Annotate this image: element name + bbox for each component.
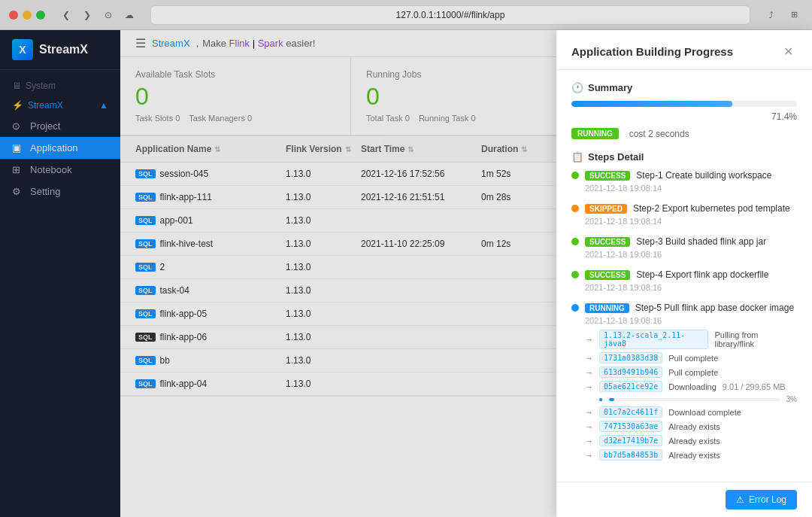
step-time-2: 2021-12-18 19:08:14 — [585, 217, 797, 226]
step-dot-2 — [571, 205, 579, 212]
steps-title: 📋 Steps Detail — [571, 151, 797, 163]
log-row: → 613d9491b946 Pull complete — [585, 366, 797, 378]
panel-body: 🕐 Summary 71.4% RUNNING cost 2 seconds 📋… — [556, 70, 812, 482]
step-status-1: SUCCESS — [585, 171, 630, 181]
arrow-icon: → — [585, 354, 593, 363]
step-status-2: SKIPPED — [585, 204, 627, 214]
step-status-3: SUCCESS — [585, 237, 630, 247]
log-hash[interactable]: 1731a0383d38 — [599, 352, 662, 363]
log-hash[interactable]: d32e17419b7e — [599, 435, 662, 446]
step-name-3: Step-3 Build shaded flink app jar — [636, 236, 766, 247]
log-message: Download complete — [668, 408, 741, 417]
panel-footer: ⚠ Error Log — [556, 482, 812, 517]
panel-title: Application Building Progress — [571, 45, 733, 58]
progress-percentage: 71.4% — [571, 111, 797, 122]
arrow-icon: → — [585, 408, 593, 417]
progress-mini-pct: 3% — [786, 395, 797, 403]
progress-mini-bar-wrap — [609, 398, 780, 401]
step-item-2: SKIPPED Step-2 Export kubernetes pod tem… — [571, 203, 797, 226]
step-header-3: SUCCESS Step-3 Build shaded flink app ja… — [571, 236, 797, 247]
arrow-icon: → — [585, 382, 593, 391]
summary-title: 🕐 Summary — [571, 82, 797, 93]
progress-bar-fill — [571, 101, 732, 107]
log-message: Already exists — [668, 422, 720, 431]
step-item-3: SUCCESS Step-3 Build shaded flink app ja… — [571, 236, 797, 259]
arrow-icon: → — [585, 368, 593, 377]
size-text: 9.01 / 299.65 MB — [723, 382, 786, 391]
error-log-button[interactable]: ⚠ Error Log — [726, 490, 797, 509]
log-row: → 1731a0383d38 Pull complete — [585, 352, 797, 363]
log-hash[interactable]: 01c7a2c4611f — [599, 406, 662, 418]
log-message: Pulling from library/flink — [714, 330, 797, 348]
step-item-5: RUNNING Step-5 Pull flink app base docke… — [571, 303, 797, 461]
log-hash[interactable]: 1.13.2-scala_2.11-java8 — [599, 330, 708, 349]
step-header-1: SUCCESS Step-1 Create building workspace — [571, 170, 797, 181]
close-button[interactable]: ✕ — [779, 42, 797, 60]
log-message: Already exists — [668, 436, 720, 446]
step-name-2: Step-2 Export kubernetes pod template — [633, 203, 790, 214]
step-dot-3 — [571, 238, 579, 245]
summary-section: 🕐 Summary 71.4% RUNNING cost 2 seconds — [571, 82, 797, 139]
progress-bar-wrap — [571, 101, 797, 107]
log-hash[interactable]: bb7d5a84853b — [599, 449, 662, 461]
step-dot-4 — [571, 271, 579, 278]
log-message: Pull complete — [668, 368, 718, 377]
log-hash[interactable]: 613d9491b946 — [599, 366, 662, 378]
step-header-2: SKIPPED Step-2 Export kubernetes pod tem… — [571, 203, 797, 214]
panel-header: Application Building Progress ✕ — [556, 30, 812, 70]
log-message: Already exists — [668, 451, 720, 460]
running-status-badge: RUNNING — [571, 128, 619, 139]
step-name-4: Step-4 Export flink app dockerfile — [636, 269, 768, 280]
log-row: → bb7d5a84853b Already exists — [585, 449, 797, 461]
step-time-4: 2021-12-18 19:08:16 — [585, 283, 797, 292]
log-message: Pull complete — [668, 354, 718, 363]
step-item-4: SUCCESS Step-4 Export flink app dockerfi… — [571, 269, 797, 292]
badge-row: RUNNING cost 2 seconds — [571, 128, 797, 139]
step-status-5: RUNNING — [585, 303, 629, 313]
step-time-5: 2021-12-18 19:08:16 — [585, 316, 797, 325]
steps-icon: 📋 — [571, 151, 583, 163]
step-header-4: SUCCESS Step-4 Export flink app dockerfi… — [571, 269, 797, 280]
log-row: → 05ae621ce92e Downloading 9.01 / 299.65… — [585, 381, 797, 392]
building-progress-panel: Application Building Progress ✕ 🕐 Summar… — [556, 30, 812, 517]
step-dot-5 — [571, 304, 579, 312]
log-row: → 1.13.2-scala_2.11-java8 Pulling from l… — [585, 330, 797, 349]
step-time-3: 2021-12-18 19:08:16 — [585, 250, 797, 259]
log-hash[interactable]: 05ae621ce92e — [599, 381, 662, 392]
step-time-1: 2021-12-18 19:08:14 — [585, 184, 797, 193]
log-hash[interactable]: 7471530a63ae — [599, 421, 662, 432]
progress-mini-row: ● 3% — [598, 395, 797, 403]
steps-section: 📋 Steps Detail SUCCESS Step-1 Create bui… — [571, 151, 797, 461]
step-dot-1 — [571, 172, 579, 179]
log-row: → d32e17419b7e Already exists — [585, 435, 797, 446]
arrow-icon: → — [585, 422, 593, 431]
warning-icon: ⚠ — [736, 494, 744, 505]
arrow-icon: → — [585, 436, 593, 446]
downloading-label: Downloading — [668, 382, 717, 391]
step-header-5: RUNNING Step-5 Pull flink app base docke… — [571, 303, 797, 313]
summary-icon: 🕐 — [571, 82, 583, 93]
arrow-icon: → — [585, 451, 593, 460]
step-name-1: Step-1 Create building workspace — [636, 170, 771, 181]
progress-mini-bar-fill — [609, 398, 614, 401]
log-row: → 7471530a63ae Already exists — [585, 421, 797, 432]
progress-dot: ● — [598, 395, 603, 403]
arrow-icon: → — [585, 335, 593, 344]
cost-text: cost 2 seconds — [629, 129, 689, 139]
step-name-5: Step-5 Pull flink app base docker image — [635, 303, 794, 313]
step-item-1: SUCCESS Step-1 Create building workspace… — [571, 170, 797, 193]
log-row: → 01c7a2c4611f Download complete — [585, 406, 797, 418]
step-logs-5: → 1.13.2-scala_2.11-java8 Pulling from l… — [585, 330, 797, 461]
step-status-4: SUCCESS — [585, 270, 630, 280]
